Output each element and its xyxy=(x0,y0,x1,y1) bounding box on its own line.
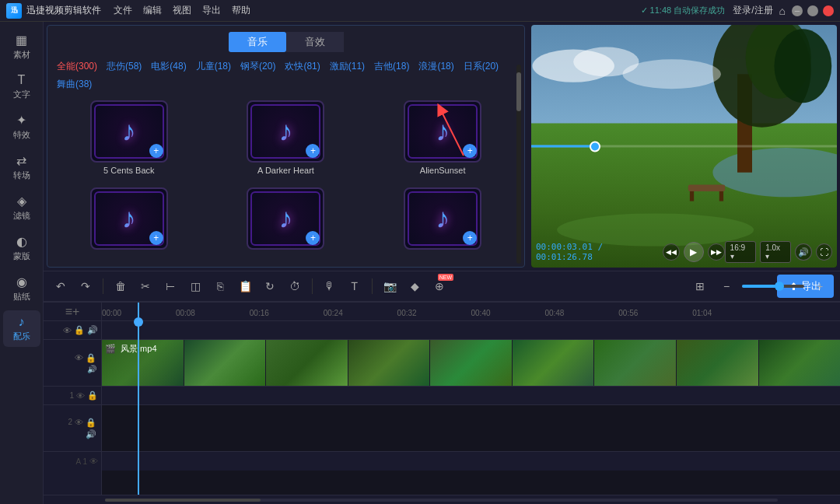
track-volume-icon[interactable]: 🔊 xyxy=(87,365,96,373)
sidebar-item-effects[interactable]: ✦ 特效 xyxy=(3,108,40,145)
window-controls: ─ xyxy=(792,5,834,16)
toolbar: ↶ ↷ 🗑 ✂ ⊢ ◫ ⎘ 📋 ↻ ⏱ 🎙 Ꭲ 📷 ◆ ⊕ NEW ⬆ 导出 xyxy=(44,271,840,302)
zoom-out-btn[interactable]: − xyxy=(716,275,737,297)
svg-point-7 xyxy=(774,29,831,103)
cat-happy[interactable]: 欢快(81) xyxy=(285,60,320,73)
speed-btn[interactable]: ⏱ xyxy=(284,275,306,297)
cat-kids[interactable]: 儿童(18) xyxy=(196,60,231,73)
clip-thumbnails[interactable] xyxy=(102,340,840,386)
preview-seekbar[interactable] xyxy=(531,145,837,148)
user-login[interactable]: 登录/注册 xyxy=(733,4,772,17)
next-frame-btn[interactable]: ▶▶ xyxy=(708,243,725,261)
content-area: 音乐 音效 全能(300) 悲伤(58) 电影(48) 儿童(18) 钢琴(20… xyxy=(44,22,840,504)
h-scrollbar-track[interactable] xyxy=(105,499,778,502)
split-btn[interactable]: ⊢ xyxy=(159,275,181,297)
music-add-btn-4[interactable]: + xyxy=(149,231,163,245)
extra-btn[interactable]: ⊕ NEW xyxy=(429,275,450,297)
subtitle-btn[interactable]: Ꭲ xyxy=(344,275,366,297)
sub-eye-icon[interactable]: 👁 xyxy=(76,391,85,401)
play-pause-btn[interactable]: ▶ xyxy=(684,242,704,262)
cat-motivate[interactable]: 激励(11) xyxy=(330,60,365,73)
cat-piano[interactable]: 钢琴(20) xyxy=(240,60,275,73)
undo-btn[interactable]: ↶ xyxy=(50,275,72,297)
sidebar-item-sticker[interactable]: ◉ 贴纸 xyxy=(3,270,40,307)
music-card-1[interactable]: ♪ + 5 Cents Back xyxy=(54,97,205,178)
music-card-5[interactable]: ♪ + xyxy=(211,184,362,253)
tab-sfx[interactable]: 音效 xyxy=(286,32,344,52)
track2-lock-icon[interactable]: 🔒 xyxy=(86,418,96,428)
menu-export[interactable]: 导出 xyxy=(202,4,221,17)
panel-scrollbar[interactable] xyxy=(516,65,521,264)
redo-btn[interactable]: ↷ xyxy=(75,275,96,297)
keyframe-btn[interactable]: ◆ xyxy=(404,275,425,297)
prev-frame-btn[interactable]: ◀◀ xyxy=(663,243,680,261)
ratio-selector[interactable]: 16:9 ▾ xyxy=(725,241,757,263)
sidebar-item-transition[interactable]: ⇄ 转场 xyxy=(3,149,40,186)
timeline-scrollbar[interactable] xyxy=(44,495,840,504)
track2-eye-icon[interactable]: 👁 xyxy=(75,418,83,428)
music-card-2[interactable]: ♪ + A Darker Heart xyxy=(211,97,362,178)
win-maximize[interactable] xyxy=(807,5,818,16)
sidebar-label-effects: 特效 xyxy=(13,129,30,141)
playhead-handle[interactable] xyxy=(134,317,143,327)
menu-file[interactable]: 文件 xyxy=(114,4,132,17)
music-add-btn-1[interactable]: + xyxy=(149,144,163,158)
text-eye-icon[interactable]: 👁 xyxy=(89,457,98,466)
preview-seekbar-handle[interactable] xyxy=(590,142,600,152)
win-minimize[interactable]: ─ xyxy=(792,5,803,16)
sidebar-item-text[interactable]: T 文字 xyxy=(3,68,40,105)
snapshot-btn[interactable]: 📷 xyxy=(379,275,401,297)
fit-view-btn[interactable]: ⊞ xyxy=(689,275,711,297)
cat-romance[interactable]: 浪漫(18) xyxy=(418,60,453,73)
music-card-6[interactable]: ♪ + xyxy=(367,184,518,253)
sidebar-item-material[interactable]: ▦ 素材 xyxy=(3,28,40,65)
menu-help[interactable]: 帮助 xyxy=(232,4,250,17)
fullscreen-btn[interactable]: ⛶ xyxy=(816,243,832,261)
paste-btn[interactable]: 📋 xyxy=(234,275,256,297)
cat-movie[interactable]: 电影(48) xyxy=(151,60,186,73)
sidebar-item-music[interactable]: ♪ 配乐 xyxy=(3,310,40,347)
sub-lock-icon[interactable]: 🔒 xyxy=(87,390,98,401)
cat-japanese[interactable]: 日系(20) xyxy=(464,60,499,73)
sidebar-item-filter[interactable]: ◈ 滤镜 xyxy=(3,189,40,226)
time-mark-5: 00:40 xyxy=(471,309,491,317)
music-name-1: 5 Cents Back xyxy=(103,166,154,175)
track2-vol-icon[interactable]: 🔊 xyxy=(86,429,96,439)
sidebar-item-mask[interactable]: ◐ 蒙版 xyxy=(3,229,40,267)
track-lock-icon[interactable]: 🔒 xyxy=(86,353,96,363)
eye-icon-top[interactable]: 👁 xyxy=(63,326,72,335)
add-track-btn[interactable]: ≡+ xyxy=(65,305,80,319)
home-icon[interactable]: ⌂ xyxy=(779,5,786,17)
volume-btn[interactable]: 🔊 xyxy=(795,243,811,261)
delete-btn[interactable]: 🗑 xyxy=(110,275,131,297)
cat-guitar[interactable]: 吉他(18) xyxy=(374,60,409,73)
h-scrollbar-thumb[interactable] xyxy=(105,499,261,502)
win-close[interactable] xyxy=(823,5,834,16)
trim-btn[interactable]: ◫ xyxy=(184,275,206,297)
music-card-4[interactable]: ♪ + xyxy=(54,184,205,253)
cat-all[interactable]: 全能(300) xyxy=(57,60,97,73)
crop-btn[interactable]: ✂ xyxy=(135,275,156,297)
track-headers: 👁 🔒 🔊 👁 🔒 🔊 1 xyxy=(44,321,102,495)
sub-track2-header: A 1 👁 xyxy=(44,452,101,471)
rotate-btn[interactable]: ↻ xyxy=(259,275,281,297)
zoom-slider[interactable] xyxy=(742,285,804,288)
copy-btn[interactable]: ⎘ xyxy=(209,275,231,297)
lock-icon-top[interactable]: 🔒 xyxy=(74,325,85,335)
sub-track-header: 1 👁 🔒 xyxy=(44,387,101,405)
menu-edit[interactable]: 编辑 xyxy=(143,4,162,17)
track-eye-icon[interactable]: 👁 xyxy=(75,353,83,363)
sub-track-label: 1 xyxy=(69,391,74,400)
zoom-controls: ⊞ − + xyxy=(689,275,831,297)
audio-icon-top[interactable]: 🔊 xyxy=(87,325,98,335)
cat-dance[interactable]: 舞曲(38) xyxy=(57,78,92,91)
playback-controls: ◀◀ ▶ ▶▶ xyxy=(663,242,725,262)
audio-btn[interactable]: 🎙 xyxy=(319,275,341,297)
menu-view[interactable]: 视图 xyxy=(173,4,191,17)
music-card-3[interactable]: ♪ + AlienSunset xyxy=(367,97,518,178)
speed-selector[interactable]: 1.0x ▾ xyxy=(760,241,791,263)
tab-music[interactable]: 音乐 xyxy=(229,32,286,52)
cat-sad[interactable]: 悲伤(58) xyxy=(107,60,142,73)
zoom-handle[interactable] xyxy=(775,282,784,291)
zoom-in-btn[interactable]: + xyxy=(809,275,831,297)
